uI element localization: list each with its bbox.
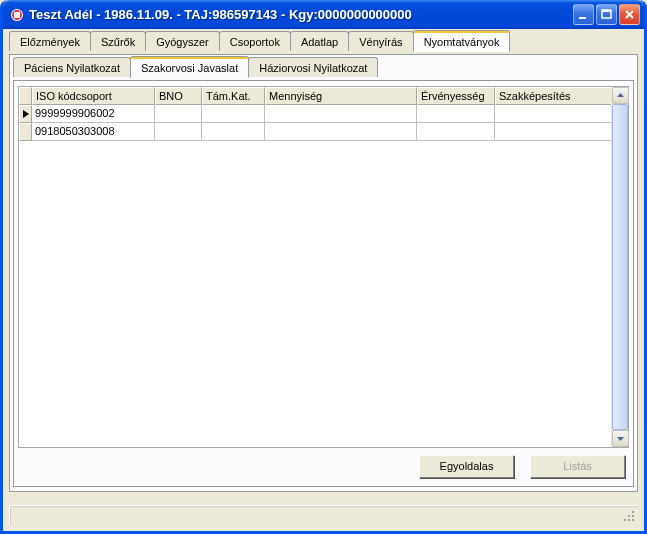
svg-rect-10 [628, 515, 630, 517]
tab-gyogyszer[interactable]: Gyógyszer [145, 31, 220, 51]
cell-szakkepesites[interactable] [495, 123, 611, 141]
col-tamkat[interactable]: Tám.Kat. [202, 87, 265, 105]
app-icon [9, 7, 25, 23]
scroll-up-button[interactable] [612, 87, 629, 104]
cell-szakkepesites[interactable] [495, 105, 611, 123]
cell-iso[interactable]: 0918050303008 [32, 123, 155, 141]
scroll-track[interactable] [612, 104, 628, 430]
svg-rect-7 [628, 519, 630, 521]
col-szakkepesites[interactable]: Szakképesítés [495, 87, 611, 105]
svg-rect-3 [579, 17, 586, 19]
cell-ervenyesseg[interactable] [417, 123, 495, 141]
window-title: Teszt Adél - 1986.11.09. - TAJ:986597143… [29, 7, 412, 22]
svg-rect-2 [14, 12, 20, 18]
grid-row[interactable]: 9999999906002 [19, 105, 611, 123]
subtab-haziorvosi-nyilatkozat[interactable]: Háziorvosi Nyilatkozat [248, 57, 378, 77]
svg-rect-6 [632, 519, 634, 521]
cell-mennyiseg[interactable] [265, 105, 417, 123]
tab-venyiras[interactable]: Vényírás [348, 31, 413, 51]
cell-bno[interactable] [155, 105, 202, 123]
cell-mennyiseg[interactable] [265, 123, 417, 141]
tab-csoportok[interactable]: Csoportok [219, 31, 291, 51]
row-indicator [19, 123, 32, 141]
svg-rect-8 [632, 515, 634, 517]
cell-iso[interactable]: 9999999906002 [32, 105, 155, 123]
sub-tabs: Páciens Nyilatkozat Szakorvosi Javaslat … [10, 55, 637, 77]
tab-nyomtatvanyok[interactable]: Nyomtatványok [413, 30, 511, 52]
cell-ervenyesseg[interactable] [417, 105, 495, 123]
grid-header: ISO kódcsoport BNO Tám.Kat. Mennyiség Ér… [19, 87, 611, 105]
main-tabs: Előzmények Szűrők Gyógyszer Csoportok Ad… [6, 29, 641, 51]
svg-rect-9 [624, 519, 626, 521]
col-mennyiseg[interactable]: Mennyiség [265, 87, 417, 105]
svg-rect-5 [602, 10, 611, 12]
panel-buttons: Egyoldalas Listás [419, 454, 625, 479]
cell-bno[interactable] [155, 123, 202, 141]
col-iso[interactable]: ISO kódcsoport [32, 87, 155, 105]
maximize-button[interactable] [596, 4, 617, 25]
close-button[interactable] [619, 4, 640, 25]
status-bar [9, 505, 638, 525]
svg-rect-11 [632, 511, 634, 513]
cell-tamkat[interactable] [202, 123, 265, 141]
subtab-szakorvosi-javaslat[interactable]: Szakorvosi Javaslat [130, 56, 249, 78]
col-bno[interactable]: BNO [155, 87, 202, 105]
tab-adatlap[interactable]: Adatlap [290, 31, 349, 51]
scroll-thumb[interactable] [612, 104, 628, 430]
cell-tamkat[interactable] [202, 105, 265, 123]
minimize-button[interactable] [573, 4, 594, 25]
resize-grip-icon[interactable] [622, 509, 636, 523]
grid-row[interactable]: 0918050303008 [19, 123, 611, 141]
scroll-down-button[interactable] [612, 430, 629, 447]
sub-panel: ISO kódcsoport BNO Tám.Kat. Mennyiség Ér… [13, 80, 634, 487]
grid-corner [19, 87, 32, 105]
main-panel: Páciens Nyilatkozat Szakorvosi Javaslat … [9, 54, 638, 492]
subtab-paciens-nyilatkozat[interactable]: Páciens Nyilatkozat [13, 57, 131, 77]
tab-elozmenyek[interactable]: Előzmények [9, 31, 91, 51]
tab-szurok[interactable]: Szűrők [90, 31, 146, 51]
titlebar[interactable]: Teszt Adél - 1986.11.09. - TAJ:986597143… [3, 0, 644, 29]
vertical-scrollbar[interactable] [611, 87, 628, 447]
col-ervenyesseg[interactable]: Érvényesség [417, 87, 495, 105]
listas-button: Listás [530, 455, 625, 478]
egyoldalas-button[interactable]: Egyoldalas [419, 455, 514, 478]
data-grid[interactable]: ISO kódcsoport BNO Tám.Kat. Mennyiség Ér… [18, 86, 629, 448]
row-indicator-icon [19, 105, 32, 123]
